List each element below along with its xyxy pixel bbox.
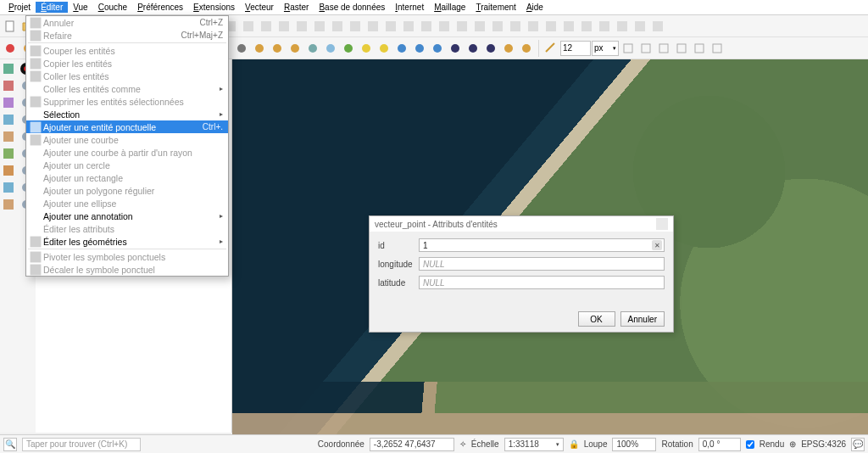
menu-préférences[interactable]: Préférences (132, 2, 188, 13)
close-icon[interactable] (656, 218, 668, 230)
toolbar-button[interactable] (518, 40, 535, 57)
field-id[interactable]: 1✕ (419, 238, 665, 252)
toolbar-button[interactable] (418, 18, 435, 35)
menu-item[interactable]: Ajouter une annotation▸ (26, 210, 228, 222)
menu-éditer[interactable]: Éditer (36, 2, 68, 13)
rail-button[interactable] (1, 146, 16, 161)
toolbar-button[interactable] (632, 18, 648, 35)
toolbar-button[interactable] (269, 40, 286, 57)
rail-button[interactable] (1, 129, 16, 144)
toolbar-button[interactable] (614, 18, 631, 35)
lock-icon[interactable]: 🔒 (569, 439, 579, 450)
toolbar-button[interactable] (2, 40, 19, 57)
toolbar-button[interactable] (429, 40, 446, 57)
rail-button[interactable] (1, 112, 16, 127)
toolbar-button[interactable] (347, 18, 364, 35)
toolbar-button[interactable] (233, 40, 250, 57)
toolbar-button[interactable] (453, 18, 470, 35)
clear-icon[interactable]: ✕ (652, 240, 662, 250)
menu-traitement[interactable]: Traitement (470, 2, 520, 13)
toolbar-button[interactable] (560, 18, 577, 35)
toolbar-button[interactable] (400, 18, 417, 35)
crs-label[interactable]: EPSG:4326 (801, 439, 846, 449)
toolbar-button[interactable] (578, 18, 595, 35)
toolbar-button[interactable] (655, 40, 672, 57)
locator-search[interactable]: Taper pour trouver (Ctrl+K) (22, 438, 141, 451)
menu-vue[interactable]: Vue (68, 2, 92, 13)
rail-button[interactable] (1, 180, 16, 195)
scale-field[interactable]: 1:33118▾ (504, 438, 564, 451)
toolbar-button[interactable] (500, 40, 517, 57)
toolbar-button[interactable] (393, 40, 410, 57)
toolbar-button[interactable] (287, 40, 303, 57)
menu-item[interactable]: Ajouter une entité ponctuelleCtrl+. (26, 120, 228, 133)
toolbar-button[interactable] (542, 18, 559, 35)
coord-field[interactable]: -3,2652 47,6437 (370, 438, 454, 451)
toolbar-button[interactable] (649, 18, 666, 35)
unit-combo[interactable]: px▾ (592, 41, 619, 56)
rail-button[interactable] (1, 95, 16, 110)
menu-extensions[interactable]: Extensions (188, 2, 240, 13)
toolbar-button[interactable] (311, 18, 328, 35)
menu-raster[interactable]: Raster (279, 2, 314, 13)
toolbar-button[interactable] (465, 40, 481, 57)
search-icon[interactable]: 🔍 (3, 438, 17, 451)
toolbar-button[interactable] (507, 18, 524, 35)
toolbar-button[interactable] (482, 40, 499, 57)
toolbar-button[interactable] (240, 18, 257, 35)
toolbar-button[interactable] (251, 40, 268, 57)
measure-icon[interactable] (542, 40, 559, 57)
toolbar-button[interactable] (637, 40, 654, 57)
menu-vecteur[interactable]: Vecteur (240, 2, 279, 13)
rotation-field[interactable]: 0,0 ° (698, 438, 741, 451)
menu-base de données[interactable]: Base de données (314, 2, 390, 13)
toolbar-button[interactable] (709, 40, 726, 57)
toolbar-button[interactable] (471, 18, 488, 35)
new-project-icon[interactable] (2, 18, 19, 35)
field-longitude[interactable]: NULL (419, 257, 665, 271)
messages-icon[interactable]: 💬 (851, 438, 865, 451)
menu-item[interactable]: Éditer les géométries▸ (26, 235, 228, 248)
toolbar-button[interactable] (525, 18, 542, 35)
render-label: Rendu (760, 439, 784, 449)
toolbar-button[interactable] (489, 18, 506, 35)
ok-button[interactable]: OK (578, 311, 615, 327)
toolbar-button[interactable] (447, 40, 464, 57)
toolbar-button[interactable] (376, 40, 392, 57)
field-latitude[interactable]: NULL (419, 276, 665, 289)
menu-couche[interactable]: Couche (93, 2, 132, 13)
line-width-spinner[interactable]: 12 (560, 41, 591, 56)
menu-item-label: Ajouter une ellipse (43, 199, 223, 209)
menu-projet[interactable]: Projet (3, 2, 36, 13)
toolbar-button[interactable] (620, 40, 637, 57)
extents-icon[interactable]: ✧ (459, 439, 466, 449)
render-checkbox[interactable] (746, 440, 754, 449)
toolbar-button[interactable] (364, 18, 381, 35)
menu-item[interactable]: Sélection▸ (26, 108, 228, 120)
toolbar-button[interactable] (304, 40, 321, 57)
menu-maillage[interactable]: Maillage (429, 2, 470, 13)
toolbar-button[interactable] (340, 40, 357, 57)
toolbar-button[interactable] (596, 18, 613, 35)
toolbar-button[interactable] (691, 40, 708, 57)
toolbar-button[interactable] (329, 18, 346, 35)
toolbar-button[interactable] (322, 40, 339, 57)
toolbar-button[interactable] (275, 18, 292, 35)
crs-icon[interactable]: ⊕ (789, 439, 796, 449)
rail-button[interactable] (1, 197, 16, 212)
toolbar-button[interactable] (411, 40, 428, 57)
menu-aide[interactable]: Aide (521, 2, 548, 13)
toolbar-button[interactable] (382, 18, 399, 35)
rail-button[interactable] (1, 78, 16, 93)
dialog-titlebar[interactable]: vecteur_point - Attributs d'entités (370, 216, 673, 232)
toolbar-button[interactable] (673, 40, 690, 57)
toolbar-button[interactable] (258, 18, 275, 35)
magnifier-field[interactable]: 100% (612, 438, 656, 451)
toolbar-button[interactable] (436, 18, 453, 35)
toolbar-button[interactable] (293, 18, 310, 35)
rail-button[interactable] (1, 163, 16, 178)
rail-button[interactable] (1, 61, 16, 76)
toolbar-button[interactable] (358, 40, 375, 57)
cancel-button[interactable]: Annuler (620, 311, 665, 327)
menu-internet[interactable]: Internet (390, 2, 429, 13)
